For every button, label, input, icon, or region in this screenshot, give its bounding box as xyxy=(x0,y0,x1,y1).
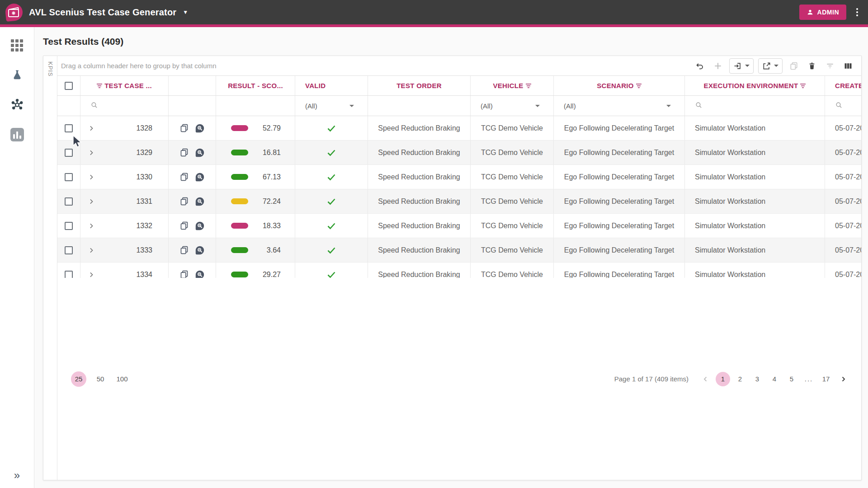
column-header-scenario[interactable]: SCENARIO xyxy=(554,76,685,95)
add-icon[interactable] xyxy=(711,59,725,73)
expand-row-icon[interactable] xyxy=(87,270,96,278)
test-case-id: 1333 xyxy=(136,246,152,254)
import-button[interactable] xyxy=(729,58,754,74)
open-scenario-icon[interactable] xyxy=(195,172,205,182)
filter-icon[interactable] xyxy=(636,84,642,88)
column-label: VEHICLE xyxy=(493,82,523,89)
open-scenario-icon[interactable] xyxy=(195,197,205,206)
page-size-25[interactable]: 25 xyxy=(71,371,86,387)
more-options-icon[interactable] xyxy=(854,6,860,18)
column-header-testcase[interactable]: TEST CASE ... xyxy=(80,76,169,95)
result-pill xyxy=(231,174,248,180)
kpis-tab[interactable]: KPIS xyxy=(47,61,54,480)
open-scenario-icon[interactable] xyxy=(195,245,205,255)
expand-row-icon[interactable] xyxy=(87,124,96,133)
page-number-17[interactable]: 17 xyxy=(819,372,833,386)
admin-button[interactable]: ADMIN xyxy=(799,5,846,20)
data-grid: TEST CASE ...RESULT - SCO...VALIDTEST OR… xyxy=(57,76,861,278)
page-number-3[interactable]: 3 xyxy=(750,372,764,386)
page-number-5[interactable]: 5 xyxy=(784,372,799,386)
copy-icon[interactable] xyxy=(179,270,189,278)
column-header-actions xyxy=(169,76,216,95)
copy-icon[interactable] xyxy=(179,197,189,206)
copy-icon[interactable] xyxy=(179,245,189,255)
vehicle-cell: TCG Demo Vehicle xyxy=(471,165,554,189)
copy-icon[interactable] xyxy=(179,172,189,182)
filter-cell-testcase[interactable] xyxy=(80,96,169,116)
filter-icon[interactable] xyxy=(526,84,531,88)
column-header-env[interactable]: EXECUTION ENVIRONMENT xyxy=(685,76,825,95)
expand-row-icon[interactable] xyxy=(87,221,96,230)
page-size-50[interactable]: 50 xyxy=(93,371,108,387)
open-scenario-icon[interactable] xyxy=(195,221,205,231)
undo-icon[interactable] xyxy=(693,59,707,73)
filter-panel-icon[interactable] xyxy=(823,59,837,73)
copy-icon[interactable] xyxy=(179,148,189,158)
reports-chart-icon[interactable] xyxy=(7,125,27,145)
filter-icon[interactable] xyxy=(800,84,806,88)
kpis-panel-strip: KPIS xyxy=(43,56,57,480)
open-scenario-icon[interactable] xyxy=(195,270,205,278)
workflow-hub-icon[interactable] xyxy=(7,95,27,115)
app-switcher-caret-icon[interactable]: ▼ xyxy=(183,9,188,15)
copy-rows-icon[interactable] xyxy=(787,59,801,73)
filter-select-value: (All) xyxy=(305,102,317,110)
lab-flask-icon[interactable] xyxy=(7,65,27,85)
row-checkbox[interactable] xyxy=(65,197,73,206)
test-order-cell: Speed Reduction Braking xyxy=(368,263,471,278)
copy-icon[interactable] xyxy=(179,221,189,231)
expand-row-icon[interactable] xyxy=(87,246,96,255)
filter-cell-valid[interactable]: (All) xyxy=(295,96,368,116)
prev-page-icon[interactable] xyxy=(698,372,713,386)
filter-cell-created[interactable] xyxy=(825,96,861,116)
page-ellipsis: ... xyxy=(802,372,816,386)
row-checkbox[interactable] xyxy=(65,149,73,157)
test-case-id: 1328 xyxy=(136,124,152,132)
column-label: TEST CASE ... xyxy=(104,82,152,89)
row-checkbox[interactable] xyxy=(65,246,73,254)
column-label: EXECUTION ENVIRONMENT xyxy=(704,82,798,89)
page-number-4[interactable]: 4 xyxy=(767,372,782,386)
export-button[interactable] xyxy=(758,58,783,74)
column-header-vehicle[interactable]: VEHICLE xyxy=(471,76,554,95)
open-scenario-icon[interactable] xyxy=(195,123,205,133)
next-page-icon[interactable] xyxy=(836,372,850,386)
sidebar: » xyxy=(0,27,34,488)
row-checkbox[interactable] xyxy=(65,173,73,181)
filter-cell-scenario[interactable]: (All) xyxy=(554,96,685,116)
valid-check-icon xyxy=(326,172,337,183)
open-scenario-icon[interactable] xyxy=(195,148,205,158)
expand-row-icon[interactable] xyxy=(87,197,96,206)
execution-environment-cell: Simulator Workstation xyxy=(685,238,825,262)
test-case-id: 1331 xyxy=(136,197,152,206)
column-header-order[interactable]: TEST ORDER xyxy=(368,76,471,95)
column-chooser-icon[interactable] xyxy=(841,59,855,73)
vehicle-cell: TCG Demo Vehicle xyxy=(471,238,554,262)
scenario-cell: Ego Following Decelerating Target xyxy=(554,141,685,164)
group-by-hint: Drag a column header here to group by th… xyxy=(61,62,217,70)
select-all-checkbox[interactable] xyxy=(65,82,73,90)
sidebar-expand-icon[interactable]: » xyxy=(14,469,20,482)
column-header-result[interactable]: RESULT - SCO... xyxy=(216,76,295,95)
expand-row-icon[interactable] xyxy=(87,148,96,157)
execution-environment-cell: Simulator Workstation xyxy=(685,189,825,213)
filter-cell-vehicle[interactable]: (All) xyxy=(471,96,554,116)
row-checkbox[interactable] xyxy=(65,271,73,278)
filter-cell-env[interactable] xyxy=(685,96,825,116)
row-checkbox[interactable] xyxy=(65,222,73,230)
page-size-100[interactable]: 100 xyxy=(114,371,130,387)
pager: 2550100 Page 1 of 17 (409 items) 12345..… xyxy=(57,278,861,480)
row-checkbox[interactable] xyxy=(65,124,73,132)
expand-row-icon[interactable] xyxy=(87,173,96,182)
column-header-valid[interactable]: VALID xyxy=(295,76,368,95)
filter-icon[interactable] xyxy=(97,84,102,88)
copy-icon[interactable] xyxy=(179,123,189,133)
column-header-created[interactable]: CREATE xyxy=(825,76,861,95)
app-logo-icon xyxy=(5,4,23,21)
result-pill xyxy=(231,272,248,277)
page-number-2[interactable]: 2 xyxy=(733,372,747,386)
table-row: 1333 3.64 Speed Reduct xyxy=(57,238,861,263)
page-number-1[interactable]: 1 xyxy=(716,372,730,386)
delete-icon[interactable] xyxy=(805,59,819,73)
apps-grid-icon[interactable] xyxy=(7,35,27,55)
